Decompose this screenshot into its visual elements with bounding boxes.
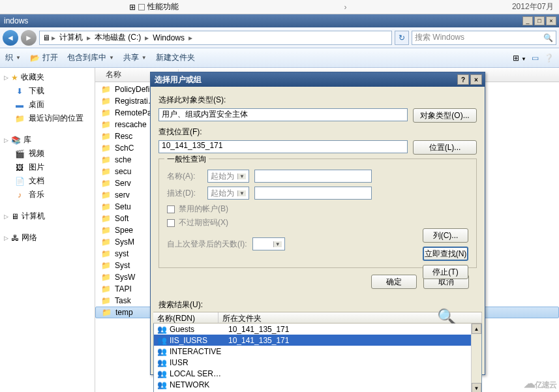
- scroll-down-icon[interactable]: ▼: [472, 383, 481, 392]
- folder-icon: 📁: [100, 85, 111, 94]
- nav-downloads[interactable]: ⬇下载: [0, 84, 95, 98]
- result-row[interactable]: 👥IUSR: [154, 357, 481, 368]
- folder-icon: 📁: [100, 190, 111, 200]
- forward-button[interactable]: ►: [21, 30, 37, 46]
- result-name: LOCAL SER…: [170, 369, 226, 378]
- organize-menu[interactable]: 织▼: [5, 52, 21, 63]
- location-label: 查找位置(F):: [159, 127, 477, 138]
- crumb-drive[interactable]: 本地磁盘 (C:): [92, 32, 144, 43]
- folder-icon: 📁: [100, 249, 111, 258]
- desc-input[interactable]: [254, 187, 372, 200]
- dialog-titlebar: 选择用户或组 ? ×: [151, 72, 485, 87]
- desc-label: 描述(D):: [167, 188, 202, 199]
- nav-recent[interactable]: 📁最近访问的位置: [0, 112, 95, 125]
- nav-desktop[interactable]: ▬桌面: [0, 98, 95, 112]
- result-name: Guests: [170, 325, 226, 334]
- folder-icon: 📁: [100, 284, 111, 294]
- include-library-menu[interactable]: 包含到库中▼: [67, 52, 114, 63]
- breadcrumb[interactable]: 🖥 ▸ 计算机 ▸ 本地磁盘 (C:) ▸ Windows ▸: [39, 31, 392, 45]
- group-icon: 👥: [157, 369, 167, 378]
- expand-icon: ⊞: [129, 3, 136, 12]
- result-row[interactable]: 👥INTERACTIVE: [154, 346, 481, 357]
- open-button[interactable]: 📂打开: [30, 52, 58, 63]
- scroll-up-icon[interactable]: ▲: [472, 324, 481, 334]
- minimize-button[interactable]: _: [522, 16, 533, 25]
- file-name: Syst: [115, 261, 130, 270]
- ok-button[interactable]: 确定: [371, 275, 417, 289]
- refresh-button[interactable]: ↻: [395, 31, 409, 45]
- result-row[interactable]: 👥NETWORK: [154, 379, 481, 390]
- location-field[interactable]: 10_141_135_171: [159, 140, 408, 153]
- nav-pictures[interactable]: 🖼图片: [0, 160, 95, 174]
- view-menu[interactable]: ⊞ ▼: [513, 53, 526, 63]
- file-name: rescache: [115, 120, 147, 129]
- columns-button[interactable]: 列(C)...: [423, 228, 468, 243]
- general-query-group: 一般性查询 名称(A): 起始为▼ 描述(D): 起始为▼ 禁用的帐户(B) 不…: [159, 158, 477, 268]
- crumb-computer[interactable]: 计算机: [57, 32, 85, 43]
- network-icon: 🖧: [11, 234, 19, 243]
- object-type-field[interactable]: 用户、组或内置安全主体: [159, 108, 408, 121]
- general-query-legend: 一般性查询: [164, 154, 209, 165]
- maximize-button[interactable]: □: [534, 16, 545, 25]
- scrollbar[interactable]: ▲ ▼: [471, 324, 481, 392]
- object-types-button[interactable]: 对象类型(O)...: [413, 108, 477, 123]
- chevron-right-icon: ▸: [52, 33, 55, 42]
- new-folder-button[interactable]: 新建文件夹: [156, 52, 195, 63]
- group-icon: 👥: [157, 336, 167, 345]
- days-combo[interactable]: ▼: [252, 237, 285, 250]
- computer-group[interactable]: ▷🖥计算机: [0, 209, 95, 223]
- chevron-down-icon: ▼: [273, 241, 282, 247]
- computer-icon: 🖥: [42, 33, 50, 42]
- file-name: Task: [115, 296, 131, 305]
- results-label: 搜索结果(U):: [151, 297, 485, 312]
- music-icon: ♪: [14, 190, 25, 200]
- video-icon: 🎬: [14, 149, 25, 159]
- locations-button[interactable]: 位置(L)...: [413, 140, 477, 155]
- file-name: temp: [115, 308, 133, 317]
- network-group[interactable]: ▷🖧网络: [0, 231, 95, 245]
- back-button[interactable]: ◄: [3, 30, 18, 46]
- address-bar: ◄ ► 🖥 ▸ 计算机 ▸ 本地磁盘 (C:) ▸ Windows ▸ ↻ 搜索…: [0, 27, 559, 48]
- name-input[interactable]: [254, 170, 372, 183]
- search-input[interactable]: 搜索 Windows 🔍: [412, 31, 556, 45]
- chevron-right-icon: ▸: [189, 33, 192, 42]
- result-row[interactable]: 👥LOCAL SER…: [154, 368, 481, 379]
- stop-button[interactable]: 停止(T): [423, 265, 468, 279]
- crumb-folder[interactable]: Windows: [150, 33, 187, 42]
- expand-icon: ▷: [4, 137, 8, 143]
- col-rdn[interactable]: 名称(RDN): [153, 312, 219, 323]
- nav-videos[interactable]: 🎬视频: [0, 147, 95, 160]
- preview-pane-button[interactable]: ▭: [532, 53, 539, 63]
- desc-mode-combo[interactable]: 起始为▼: [207, 187, 249, 200]
- nav-documents[interactable]: 📄文档: [0, 174, 95, 188]
- chevron-down-icon: ▼: [142, 55, 147, 61]
- document-icon: 📄: [14, 176, 25, 187]
- group-icon: 👥: [157, 380, 167, 389]
- result-name: IUSR: [170, 358, 226, 367]
- find-now-button[interactable]: 立即查找(N): [423, 247, 468, 261]
- help-button[interactable]: ❔: [544, 53, 554, 63]
- share-menu[interactable]: 共享▼: [123, 52, 147, 63]
- result-row[interactable]: 👥IIS_IUSRS10_141_135_171: [154, 335, 481, 346]
- result-name: NETWORK: [170, 380, 226, 389]
- favorites-group[interactable]: ▷★收藏夹: [0, 70, 95, 84]
- folder-icon: 📁: [100, 167, 111, 176]
- nav-music[interactable]: ♪音乐: [0, 188, 95, 202]
- file-name: Serv: [115, 179, 131, 188]
- close-button[interactable]: ×: [546, 16, 556, 25]
- tree-node[interactable]: ⊞ 性能功能: [129, 1, 179, 12]
- non-expiring-pwd-checkbox[interactable]: 不过期密码(X): [167, 217, 468, 228]
- explorer-toolbar: 织▼ 📂打开 包含到库中▼ 共享▼ 新建文件夹 ⊞ ▼ ▭ ❔: [0, 48, 559, 68]
- disabled-accounts-checkbox[interactable]: 禁用的帐户(B): [167, 204, 468, 215]
- result-row[interactable]: 👥Guests10_141_135_171: [154, 324, 481, 335]
- name-mode-combo[interactable]: 起始为▼: [207, 170, 249, 183]
- dialog-close-button[interactable]: ×: [470, 74, 482, 85]
- chevron-right-icon: ▸: [87, 33, 91, 42]
- folder-icon: 📁: [101, 308, 112, 317]
- search-placeholder: 搜索 Windows: [415, 32, 464, 43]
- folder-icon: 📁: [100, 143, 111, 153]
- file-name: secu: [115, 167, 131, 176]
- libraries-group[interactable]: ▷📚库: [0, 133, 95, 147]
- dialog-help-button[interactable]: ?: [457, 74, 469, 85]
- result-name: INTERACTIVE: [170, 347, 226, 356]
